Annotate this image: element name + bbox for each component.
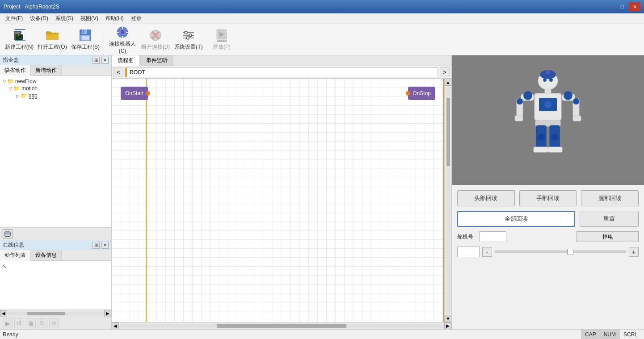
canvas-hscroll-track[interactable] — [120, 324, 443, 328]
node-onstart-label: OnStart — [125, 90, 143, 96]
flow-canvas[interactable]: OnStart OnStop ▲ ▼ — [112, 79, 451, 322]
expand-newflow[interactable]: ▽ — [3, 79, 6, 84]
slider-track[interactable] — [495, 251, 626, 253]
node-onstart[interactable]: OnStart — [121, 87, 148, 100]
btn-system-settings[interactable]: 系统设置(T) — [173, 26, 204, 53]
btn-save-project[interactable]: 保存工程(S) — [70, 26, 101, 53]
menu-file[interactable]: 文件(F) — [2, 14, 26, 23]
vscroll-track[interactable] — [446, 87, 450, 314]
tree-label-newflow: newFlow — [15, 78, 36, 84]
svg-rect-68 — [515, 116, 523, 121]
servo-input[interactable] — [480, 231, 506, 242]
disconnect-icon — [148, 28, 163, 42]
btn-action-redo[interactable]: ↻ — [38, 318, 47, 328]
tab-add-action[interactable]: 新增动作 — [31, 65, 62, 75]
menu-view[interactable]: 视图(V) — [77, 14, 102, 23]
btn-all-read[interactable]: 全部回读 — [457, 211, 575, 227]
btn-leg-read[interactable]: 腿部回读 — [581, 190, 639, 206]
center-panel: 流程图 事件监听 < ROOT > OnStart OnStop — [112, 55, 452, 329]
tree-item-motion[interactable]: ▽ 📁 motion — [2, 85, 109, 92]
btn-action-loop[interactable]: ↺ — [14, 318, 24, 328]
menu-help[interactable]: 帮助(H) — [102, 14, 127, 23]
node-onstart-output[interactable] — [146, 91, 150, 96]
toolbar: _ >_ 新建工程(N) 打开工程(O) 保存工程(S — [0, 24, 644, 55]
btn-connect-robot[interactable]: 连接机器人(C) — [107, 26, 138, 53]
btn-play[interactable]: 播放(P) — [206, 26, 237, 53]
tree-btn-db[interactable] — [3, 229, 13, 239]
btn-head-read[interactable]: 头部回读 — [457, 190, 515, 206]
svg-rect-4 — [15, 29, 25, 30]
folder-icon-motion: 📁 — [13, 85, 20, 92]
hscroll-track[interactable] — [8, 312, 103, 315]
nav-back-btn[interactable]: < — [114, 67, 123, 77]
online-hscroll: ◀ ▶ — [0, 310, 111, 317]
canvas-hscroll-left[interactable]: ◀ — [112, 322, 119, 330]
menu-system[interactable]: 系统(S) — [52, 14, 77, 23]
breadcrumb-text: ROOT — [130, 69, 145, 75]
servo-row: 舵机号 掉电 — [457, 231, 639, 242]
svg-point-41 — [5, 231, 10, 234]
tree-item-newflow[interactable]: ▽ 📁 newFlow — [2, 78, 109, 85]
panel-float-btn[interactable]: ⊞ — [93, 57, 100, 64]
menu-login[interactable]: 登录 — [127, 14, 145, 23]
btn-open-project[interactable]: 打开工程(O) — [37, 26, 68, 53]
maximize-button[interactable]: □ — [616, 2, 628, 11]
minimize-button[interactable]: ─ — [604, 2, 615, 11]
svg-rect-69 — [573, 116, 581, 121]
close-button[interactable]: ✕ — [629, 2, 640, 11]
status-badge-cap: CAP — [581, 330, 600, 339]
hscroll-left-btn[interactable]: ◀ — [0, 310, 7, 317]
tree-label-ggg: ggg — [29, 92, 38, 99]
btn-new-project[interactable]: _ >_ 新建工程(N) — [4, 26, 35, 53]
expand-ggg[interactable]: ▷ — [16, 93, 20, 98]
slider-thumb[interactable] — [567, 249, 573, 255]
slider-value-box — [457, 247, 480, 257]
btn-action-start[interactable]: ▶ — [3, 318, 13, 328]
tab-action-list[interactable]: 动作列表 — [0, 250, 31, 261]
menu-device[interactable]: 设备(D) — [26, 14, 52, 23]
node-onstop-label: OnStop — [412, 90, 431, 96]
control-area: 头部回读 手部回读 腿部回读 全部回读 重置 舵机号 掉电 - + — [452, 185, 644, 329]
slider-minus-btn[interactable]: - — [482, 247, 492, 257]
connect-icon — [115, 25, 130, 39]
node-onstop-input[interactable] — [406, 91, 410, 96]
tree-item-ggg[interactable]: ▷ 📁 ggg — [2, 92, 109, 99]
vscroll-up-btn[interactable]: ▲ — [445, 79, 452, 86]
online-panel-title: 在线信息 — [3, 241, 24, 249]
toolbar-separator-1 — [104, 29, 104, 51]
cursor-indicator: ↖ — [2, 263, 7, 270]
online-panel-float-btn[interactable]: ⊞ — [93, 242, 100, 249]
btn-action-delete[interactable]: 🗑 — [26, 318, 36, 328]
bottom-icon-toolbar: ▶ ↺ 🗑 ↻ ⟳ — [0, 317, 111, 329]
online-tabs: 动作列表 设备信息 — [0, 250, 111, 261]
vscroll-down-btn[interactable]: ▼ — [445, 315, 452, 322]
tab-default-action[interactable]: 缺省动作 — [0, 65, 31, 76]
online-panel-close-btn[interactable]: ✕ — [101, 242, 109, 249]
btn-power-off[interactable]: 掉电 — [577, 231, 639, 242]
btn-reset[interactable]: 重置 — [580, 211, 639, 227]
settings-icon — [181, 28, 196, 42]
status-badges: CAP NUM SCRL — [581, 330, 641, 339]
btn-connect-label: 连接机器人(C) — [107, 40, 138, 54]
svg-point-44 — [546, 70, 550, 75]
btn-new-label: 新建工程(N) — [5, 43, 34, 51]
canvas-hscroll-right[interactable]: ▶ — [444, 322, 451, 330]
svg-rect-16 — [82, 36, 89, 40]
panel-close-btn[interactable]: ✕ — [101, 57, 109, 64]
tab-flowchart[interactable]: 流程图 — [112, 55, 139, 66]
slider-plus-btn[interactable]: + — [629, 247, 639, 257]
expand-motion[interactable]: ▽ — [9, 86, 13, 91]
hscroll-right-btn[interactable]: ▶ — [104, 310, 111, 317]
node-onstop[interactable]: OnStop — [408, 87, 435, 100]
btn-play-label: 播放(P) — [213, 43, 231, 51]
btn-disconnect-robot[interactable]: 断开连接(D) — [140, 26, 171, 53]
btn-hand-read[interactable]: 手部回读 — [519, 190, 577, 206]
tree-toolbar — [0, 227, 111, 240]
tab-device-info[interactable]: 设备信息 — [31, 250, 62, 260]
tab-event-monitor[interactable]: 事件监听 — [140, 55, 173, 66]
servo-label: 舵机号 — [457, 233, 475, 241]
btn-action-refresh[interactable]: ⟳ — [49, 318, 59, 328]
nav-forward-btn[interactable]: > — [440, 67, 450, 77]
status-badge-scrl: SCRL — [619, 330, 641, 339]
btn-open-label: 打开工程(O) — [38, 43, 67, 51]
